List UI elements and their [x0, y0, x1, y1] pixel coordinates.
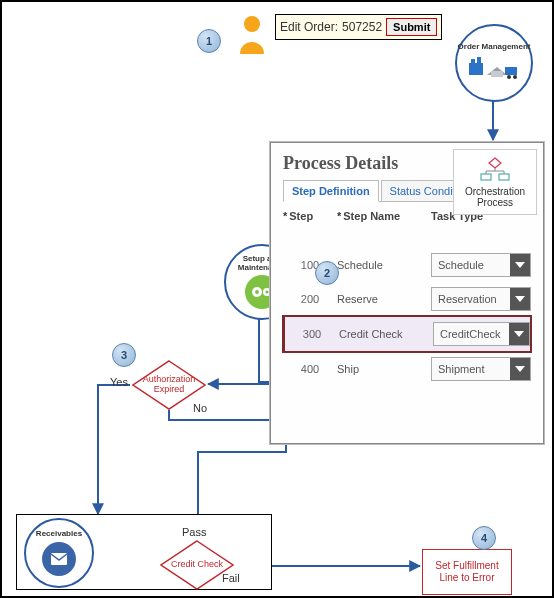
task-type-select[interactable]: Reservation [431, 287, 531, 311]
user-icon [235, 14, 269, 54]
step-badge-2: 2 [315, 261, 339, 285]
step-badge-4: 4 [472, 526, 496, 550]
svg-rect-14 [481, 174, 491, 180]
cell-step: 300 [285, 328, 339, 340]
set-fulfillment-error-text: Set Fulfillment Line to Error [427, 560, 507, 584]
svg-rect-5 [491, 71, 503, 77]
cell-step-name: Credit Check [339, 328, 433, 340]
diagram-canvas: 1 Edit Order: 507252 Submit Order Manage… [0, 0, 554, 598]
chevron-down-icon [510, 358, 530, 380]
table-row: 400 Ship Shipment [283, 352, 531, 386]
task-type-select[interactable]: Shipment [431, 357, 531, 381]
auth-yes-label: Yes [110, 376, 128, 388]
receivables-circle: Receivables [24, 518, 94, 588]
set-fulfillment-error-box: Set Fulfillment Line to Error [422, 549, 512, 595]
svg-rect-6 [505, 67, 517, 75]
step-badge-3-num: 3 [121, 349, 127, 361]
credit-fail-label: Fail [222, 572, 240, 584]
order-management-title: Order Management [458, 43, 531, 52]
orchestration-process-box: Orchestration Process [453, 149, 537, 215]
svg-rect-15 [499, 174, 509, 180]
cell-step-name: Schedule [337, 259, 431, 271]
submit-button[interactable]: Submit [386, 18, 437, 36]
process-details-panel: Orchestration Process Process Details St… [270, 142, 544, 444]
auth-no-label: No [193, 402, 207, 414]
table-row-highlighted: 300 Credit Check CreditCheck [282, 315, 532, 353]
chevron-down-icon [510, 254, 530, 276]
svg-rect-17 [51, 553, 67, 565]
table-row: 200 Reserve Reservation [283, 282, 531, 316]
orch-line2: Process [477, 197, 513, 208]
svg-point-8 [513, 75, 517, 79]
chevron-down-icon [509, 323, 529, 345]
svg-rect-4 [477, 57, 481, 65]
svg-point-1 [244, 16, 260, 32]
step-badge-4-num: 4 [481, 532, 487, 544]
svg-marker-13 [489, 158, 501, 168]
step-badge-1: 1 [197, 29, 221, 53]
credit-check-label: Credit Check [171, 560, 223, 570]
cell-step-name: Ship [337, 363, 431, 375]
svg-point-7 [507, 75, 511, 79]
svg-point-11 [255, 290, 259, 294]
orchestration-process-icon [475, 156, 515, 184]
edit-order-box: Edit Order: 507252 Submit [275, 14, 442, 40]
svg-point-12 [266, 291, 269, 294]
tab-step-definition[interactable]: Step Definition [283, 180, 379, 202]
step-badge-1-num: 1 [206, 35, 212, 47]
edit-order-label: Edit Order: [280, 20, 338, 34]
credit-pass-label: Pass [182, 526, 206, 538]
receivables-title: Receivables [36, 530, 82, 539]
receivables-icon [42, 542, 76, 576]
step-badge-2-num: 2 [324, 267, 330, 279]
th-step-name: Step Name [343, 210, 400, 222]
cell-step: 200 [283, 293, 337, 305]
authorization-expired-label: Authorization Expired [132, 375, 206, 395]
orch-line1: Orchestration [465, 186, 525, 197]
task-type-select[interactable]: Schedule [431, 253, 531, 277]
order-management-circle: Order Management [455, 24, 533, 102]
edit-order-number: 507252 [342, 20, 382, 34]
task-type-select[interactable]: CreditCheck [433, 322, 530, 346]
order-management-icon [467, 55, 521, 81]
cell-step-name: Reserve [337, 293, 431, 305]
chevron-down-icon [510, 288, 530, 310]
cell-step: 400 [283, 363, 337, 375]
svg-rect-3 [471, 59, 475, 65]
th-step: Step [289, 210, 313, 222]
